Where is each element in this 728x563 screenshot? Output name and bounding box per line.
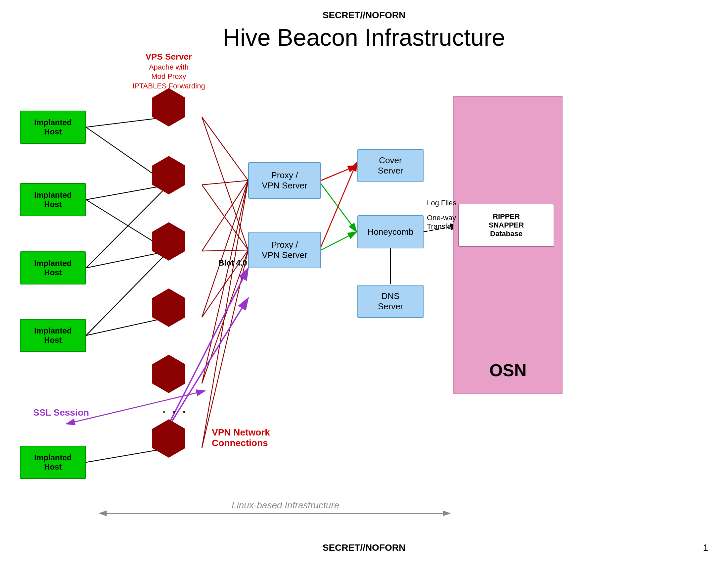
implanted-host-4: ImplantedHost [20,319,86,352]
svg-line-22 [202,180,248,317]
cover-server: CoverServer [357,149,424,182]
vpn-connections-label: VPN NetworkConnections [212,427,270,448]
svg-line-25 [202,250,248,384]
page-number: 1 [703,542,708,553]
svg-line-24 [202,180,248,384]
ripper-box: RIPPERSNAPPERDatabase [458,204,554,247]
svg-line-17 [202,117,248,250]
hex-1 [152,98,185,117]
hex-4 [152,298,185,317]
header-title: Hive Beacon Infrastructure [0,24,728,51]
page-container: SECRET//NOFORN Hive Beacon Infrastructur… [0,0,728,563]
vps-server-label: VPS Server Apache with Mod Proxy IPTABLE… [132,51,205,91]
hex-5 [152,364,185,384]
hex-3 [152,232,185,251]
svg-line-18 [202,180,248,185]
implanted-host-5: ImplantedHost [20,446,86,479]
svg-line-21 [202,250,248,251]
ssl-session-label: SSL Session [33,407,89,418]
implanted-host-2: ImplantedHost [20,183,86,216]
footer-secret: SECRET//NOFORN [0,542,728,553]
svg-line-19 [202,185,248,250]
diagram-arrows [0,0,728,563]
header-secret: SECRET//NOFORN [0,0,728,21]
honeycomb-box: Honeycomb [357,215,424,248]
osn-label: OSN [489,360,527,380]
hex-6 [152,429,185,448]
linux-infra-label: Linux-based Infrastructure [232,500,339,511]
blot-label: Blot 4.0 [218,258,247,267]
svg-line-31 [321,232,357,250]
svg-line-29 [321,184,357,232]
svg-line-30 [321,162,357,247]
continuation-dots: . . . [162,401,187,416]
svg-line-27 [202,250,248,448]
proxy-server-2: Proxy /VPN Server [248,232,321,268]
log-files-label: Log Files [427,199,456,207]
hex-2 [152,165,185,185]
implanted-host-3: ImplantedHost [20,251,86,285]
svg-line-16 [202,117,248,180]
svg-line-28 [321,165,357,180]
svg-line-26 [202,180,248,448]
dns-server: DNSServer [357,285,424,318]
implanted-host-1: ImplantedHost [20,111,86,144]
one-way-label: One-wayTransfer [427,213,456,231]
svg-line-20 [202,180,248,251]
proxy-server-1: Proxy /VPN Server [248,162,321,199]
